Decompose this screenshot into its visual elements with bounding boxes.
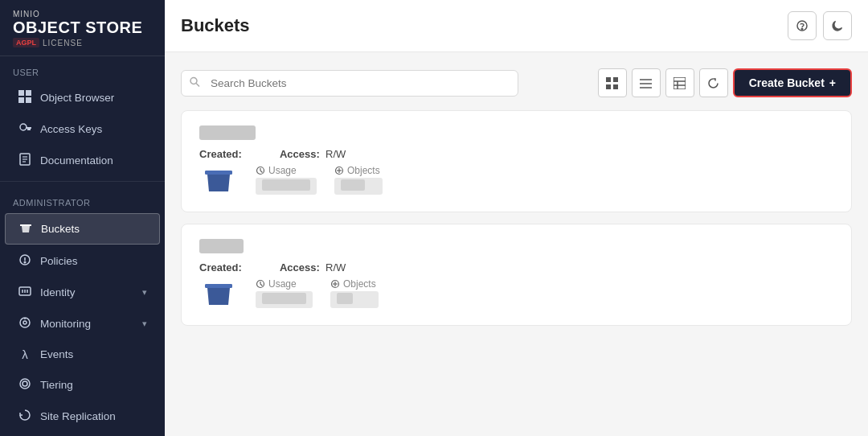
svg-point-16 — [24, 261, 26, 263]
created-label-1: Created: — [199, 148, 242, 160]
svg-point-4 — [20, 124, 27, 130]
topbar: Buckets — [165, 0, 868, 52]
sidebar-item-label-tiering: Tiering — [40, 379, 73, 391]
logo-object-store: OBJECT STORE — [13, 19, 152, 36]
sidebar-item-buckets[interactable]: Buckets — [5, 213, 160, 245]
search-icon — [189, 76, 200, 90]
content-area: Create Bucket + Created: Access: R/W — [165, 52, 868, 436]
sidebar-item-access-keys[interactable]: Access Keys — [5, 114, 160, 144]
sidebar-item-site-replication[interactable]: Site Replication — [5, 401, 160, 431]
svg-rect-37 — [674, 77, 686, 89]
bucket-card-2[interactable]: Created: Access: R/W — [181, 224, 852, 326]
access-value-2: R/W — [326, 261, 346, 274]
stat-objects-1: Objects — [334, 165, 383, 195]
sidebar-item-label-access-keys: Access Keys — [40, 123, 102, 135]
main-content: Buckets — [165, 0, 868, 436]
sidebar-item-label-events: Events — [40, 348, 73, 360]
topbar-actions — [788, 11, 852, 40]
chevron-down-icon-2: ▾ — [142, 319, 147, 329]
monitoring-icon — [18, 316, 32, 331]
refresh-button[interactable] — [699, 68, 728, 97]
grid-view-button[interactable] — [598, 68, 627, 97]
bucket-stats-1: Usage Objects — [199, 160, 833, 199]
access-value-1: R/W — [326, 148, 346, 160]
toolbar: Create Bucket + — [181, 68, 852, 97]
svg-rect-7 — [27, 129, 29, 130]
sidebar-item-object-browser[interactable]: Object Browser — [5, 83, 160, 113]
bucket-card-1[interactable]: Created: Access: R/W — [181, 110, 852, 212]
svg-point-25 — [23, 381, 27, 386]
svg-rect-5 — [26, 127, 31, 129]
sidebar-item-policies[interactable]: Policies — [5, 246, 160, 276]
help-button[interactable] — [788, 11, 817, 40]
svg-point-22 — [23, 321, 27, 324]
toolbar-right: Create Bucket + — [598, 68, 852, 97]
svg-point-27 — [801, 28, 803, 30]
stat-usage-1: Usage — [256, 165, 317, 195]
objects-value-1 — [334, 178, 383, 195]
sidebar-item-label-site-replication: Site Replication — [40, 410, 116, 422]
bucket-access-1: Access: R/W — [280, 148, 346, 160]
access-label-2: Access: — [280, 261, 320, 274]
usage-label-2: Usage — [256, 278, 313, 290]
stat-usage-2: Usage — [256, 278, 313, 308]
usage-value-2 — [256, 291, 313, 308]
bucket-name-blurred-2 — [199, 239, 244, 253]
svg-point-28 — [190, 78, 197, 84]
user-section-label: User — [0, 56, 165, 82]
logo-area: MINIO OBJECT STORE AGPL LICENSE — [0, 0, 165, 56]
table-view-button[interactable] — [665, 68, 694, 97]
svg-rect-48 — [205, 284, 232, 288]
bucket-meta-2: Created: Access: R/W — [199, 261, 833, 274]
sidebar-item-documentation[interactable]: Documentation — [5, 146, 160, 175]
bucket-stats-2: Usage Objects — [199, 274, 833, 312]
objects-label-1: Objects — [334, 165, 383, 176]
bucket-icon — [18, 221, 33, 237]
lambda-icon: λ — [18, 348, 32, 361]
svg-rect-3 — [26, 97, 31, 103]
sidebar-item-events[interactable]: λ Events — [5, 340, 160, 368]
svg-rect-31 — [613, 77, 618, 82]
objects-value-2 — [330, 291, 379, 308]
bucket-visual-icon-1 — [199, 160, 238, 199]
sidebar-item-tiering[interactable]: Tiering — [5, 370, 160, 400]
svg-rect-1 — [26, 90, 31, 96]
bucket-name-blurred-1 — [199, 125, 256, 140]
list-view-button[interactable] — [632, 68, 661, 97]
svg-rect-32 — [606, 84, 611, 89]
svg-rect-0 — [18, 90, 24, 96]
identity-icon — [18, 285, 32, 300]
svg-rect-13 — [20, 224, 31, 226]
sidebar-item-label-documentation: Documentation — [40, 154, 113, 167]
objects-label-2: Objects — [330, 278, 379, 290]
sidebar-item-label-identity: Identity — [40, 286, 76, 298]
stat-objects-2: Objects — [330, 278, 379, 308]
create-bucket-button[interactable]: Create Bucket + — [733, 68, 852, 97]
search-input[interactable] — [181, 70, 518, 97]
bucket-created-2: Created: — [199, 261, 248, 274]
policy-icon — [18, 253, 32, 269]
bucket-visual-icon-2 — [199, 274, 238, 312]
create-bucket-plus-icon: + — [829, 76, 836, 89]
usage-label-1: Usage — [256, 165, 317, 176]
theme-toggle-button[interactable] — [823, 11, 852, 40]
bucket-created-1: Created: — [199, 148, 248, 160]
grid-icon — [18, 90, 32, 105]
svg-rect-6 — [29, 129, 31, 130]
doc-icon — [18, 153, 32, 168]
svg-line-29 — [196, 84, 199, 87]
usage-value-1 — [256, 178, 317, 195]
create-bucket-label: Create Bucket — [749, 76, 825, 89]
sidebar-item-label-monitoring: Monitoring — [40, 318, 91, 330]
bucket-access-2: Access: R/W — [280, 261, 346, 274]
bucket-name-1 — [199, 125, 833, 143]
logo-license: LICENSE — [43, 39, 83, 47]
sidebar-item-label-object-browser: Object Browser — [40, 92, 114, 104]
page-title: Buckets — [181, 15, 250, 36]
tiering-icon — [18, 377, 32, 393]
access-label-1: Access: — [280, 148, 320, 160]
sidebar-item-identity[interactable]: Identity ▾ — [5, 278, 160, 307]
sidebar-item-monitoring[interactable]: Monitoring ▾ — [5, 309, 160, 339]
chevron-down-icon: ▾ — [142, 287, 147, 298]
replication-icon — [18, 409, 32, 424]
